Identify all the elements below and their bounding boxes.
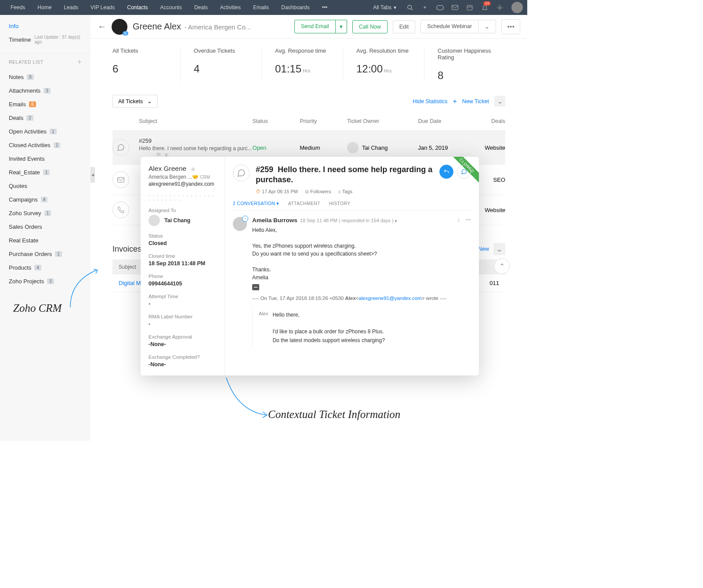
hide-statistics-link[interactable]: Hide Statistics xyxy=(413,98,447,105)
popup-status-value: Closed xyxy=(149,240,217,246)
sidebar-item[interactable]: Real Estate xyxy=(9,234,82,247)
expand-quote-icon[interactable]: ••• xyxy=(252,284,259,290)
ticket-conversation-panel: CLOSED #259 Hello there. I need some hel… xyxy=(225,157,479,375)
assignee-avatar xyxy=(149,215,160,226)
annotation-zoho-crm: Zoho CRM xyxy=(13,302,62,314)
message-from: Amelia Burrows xyxy=(252,217,297,224)
call-now-button[interactable]: Call Now xyxy=(352,20,388,33)
th-owner: Ticket Owner xyxy=(347,118,418,124)
th-status: Status xyxy=(253,118,300,124)
download-icon[interactable]: ⤓ xyxy=(457,217,461,223)
sidebar-item[interactable]: Real_Estate1 xyxy=(9,166,82,179)
annotation-ticket-info: Contextual Ticket Information xyxy=(268,408,400,421)
chevron-down-icon: ⌄ xyxy=(147,98,152,105)
edit-button[interactable]: Edit xyxy=(393,20,416,33)
contact-avatar-badge: 5 xyxy=(123,31,128,36)
sidebar-item[interactable]: Closed Activities1 xyxy=(9,138,82,152)
nav-emails[interactable]: Emails xyxy=(247,0,275,15)
sidebar-item[interactable]: Emails6 xyxy=(9,97,82,111)
ticket-contact-panel: Alex Greene · ⊕ America Bergen ...🤝CRM a… xyxy=(141,157,225,375)
stat-card: Avg. Resolution time12:00Hrs xyxy=(343,47,424,82)
schedule-webinar-dropdown[interactable]: ⌄ xyxy=(478,20,496,33)
reply-button[interactable] xyxy=(439,165,453,179)
nav-more[interactable]: ••• xyxy=(316,0,334,15)
tags-link[interactable]: ⌂ Tags xyxy=(338,189,352,194)
nav-vip-leads[interactable]: VIP Leads xyxy=(84,0,121,15)
nav-contacts[interactable]: Contacts xyxy=(121,0,154,15)
svg-point-6 xyxy=(499,7,500,8)
popup-contact-name: Alex Greene · ⊕ xyxy=(149,165,217,173)
svg-rect-7 xyxy=(118,177,124,182)
stats-row: All Tickets6Overdue Tickets4Avg. Respons… xyxy=(91,39,527,90)
phone-icon xyxy=(112,202,129,218)
user-avatar[interactable] xyxy=(511,2,523,13)
sidebar-tab-timeline[interactable]: TimelineLast Update : 37 day(s) ago xyxy=(9,32,82,47)
notification-badge: 13 xyxy=(483,1,491,6)
more-actions-button[interactable]: ••• xyxy=(501,19,520,34)
outgoing-icon: ↑ xyxy=(242,216,248,222)
popup-closed-time: 18 Sep 2018 11:48 PM xyxy=(149,260,217,267)
nav-accounts[interactable]: Accounts xyxy=(154,0,188,15)
invoices-dropdown-icon[interactable]: ⌄ xyxy=(493,243,505,255)
nav-feeds[interactable]: Feeds xyxy=(4,0,31,15)
all-tabs-dropdown[interactable]: All Tabs▾ xyxy=(367,0,402,14)
nav-dashboards[interactable]: Dashboards xyxy=(275,0,316,15)
mail-icon xyxy=(112,171,129,188)
send-email-dropdown[interactable]: ▾ xyxy=(336,20,347,33)
stat-card: Customer Happiness Rating8 xyxy=(424,47,505,82)
sidebar-item[interactable]: Products4 xyxy=(9,261,82,274)
bell-icon[interactable]: 13 xyxy=(477,0,492,15)
game-icon[interactable] xyxy=(432,0,447,15)
popup-contact-company: America Bergen ...🤝CRM xyxy=(149,174,217,180)
tickets-dropdown-icon[interactable]: ⌄ xyxy=(494,96,505,107)
add-related-icon[interactable]: + xyxy=(77,58,82,66)
followers-link[interactable]: ⊙ Followers xyxy=(305,189,331,195)
top-navbar: Feeds Home Leads VIP Leads Contacts Acco… xyxy=(0,0,527,15)
message-more-icon[interactable]: ••• xyxy=(465,217,471,223)
comment-button[interactable] xyxy=(457,165,471,179)
contact-avatar[interactable]: 5 xyxy=(112,19,127,35)
tickets-filter-dropdown[interactable]: All Tickets⌄ xyxy=(112,95,158,108)
sidebar-item[interactable]: Zoho Survey1 xyxy=(9,206,82,220)
sidebar-item[interactable]: Zoho Projects3 xyxy=(9,274,82,288)
popup-phone-value: 09944644105 xyxy=(149,281,217,287)
schedule-webinar-button[interactable]: Schedule Webinar xyxy=(420,20,478,33)
nav-activities[interactable]: Activities xyxy=(214,0,247,15)
sidebar-item[interactable]: Sales Orders xyxy=(9,220,82,234)
sidebar-item[interactable]: Deals2 xyxy=(9,111,82,125)
popup-contact-email[interactable]: alexgreene91@yandex.com xyxy=(149,181,217,187)
sidebar-item[interactable]: Attachments3 xyxy=(9,84,82,97)
calendar-icon[interactable] xyxy=(462,0,477,15)
quoted-email-link[interactable]: alexgreene91@yandex.com xyxy=(359,296,421,301)
ticket-detail-popup: Alex Greene · ⊕ America Bergen ...🤝CRM a… xyxy=(141,157,479,375)
assignee-name: Tai Chang xyxy=(164,217,191,224)
tab-history[interactable]: HISTORY xyxy=(329,201,350,206)
nav-items: Feeds Home Leads VIP Leads Contacts Acco… xyxy=(4,0,333,15)
tab-attachment[interactable]: ATTACHMENT xyxy=(288,201,320,206)
settings-icon[interactable] xyxy=(492,0,507,15)
back-arrow-icon[interactable]: ← xyxy=(98,22,106,32)
tickets-toolbar: All Tickets⌄ Hide Statistics +New Ticket… xyxy=(91,90,527,112)
add-icon[interactable]: + xyxy=(417,0,432,15)
send-email-button[interactable]: Send Email xyxy=(294,20,336,33)
nav-deals[interactable]: Deals xyxy=(188,0,214,15)
scroll-to-top-button[interactable]: ⌃ xyxy=(494,258,510,274)
contact-company: - America Bergen Co... xyxy=(185,23,251,31)
sidebar-item[interactable]: Invited Events xyxy=(9,152,82,166)
sidebar-item[interactable]: Quotes xyxy=(9,179,82,193)
mail-icon[interactable] xyxy=(447,0,462,15)
tab-conversation[interactable]: 2 CONVERSATION ▾ xyxy=(233,201,279,206)
nav-leads[interactable]: Leads xyxy=(58,0,84,15)
ticket-type-icon xyxy=(233,165,250,181)
new-invoice-link[interactable]: New xyxy=(478,246,489,252)
search-icon[interactable] xyxy=(402,0,417,15)
nav-home[interactable]: Home xyxy=(31,0,58,15)
sidebar-item[interactable]: Open Activities1 xyxy=(9,125,82,138)
sidebar-item[interactable]: Notes9 xyxy=(9,70,82,84)
sidebar-tab-info[interactable]: Info xyxy=(9,20,82,32)
sidebar-item[interactable]: Campaigns4 xyxy=(9,193,82,206)
new-ticket-link[interactable]: New Ticket xyxy=(462,98,489,105)
th-due: Due Date xyxy=(418,118,470,124)
sidebar-item[interactable]: Purchase Orders1 xyxy=(9,247,82,261)
message-time: 18 Sep 11:48 PM ( responded in 154 days … xyxy=(300,218,398,223)
